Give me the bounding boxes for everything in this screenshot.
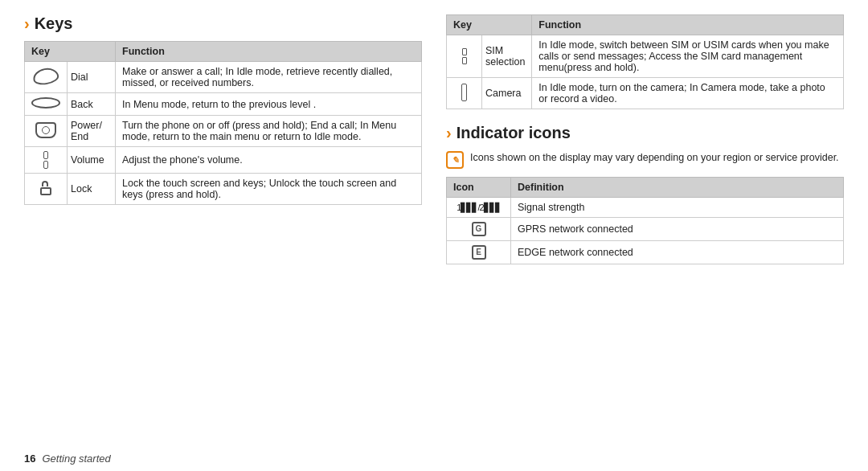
- lock-icon-cell: [25, 174, 68, 205]
- definition-col-header: Definition: [511, 178, 844, 198]
- sim-icon-bar2: [462, 57, 467, 64]
- camera-key-name: Camera: [482, 78, 532, 109]
- lock-shackle: [42, 181, 48, 186]
- power-icon-cell: [25, 116, 68, 147]
- sim-key-name: SIM selection: [482, 35, 532, 78]
- table-row: Camera In Idle mode, turn on the camera;…: [447, 78, 844, 109]
- col-function-header: Function: [116, 42, 422, 62]
- power-icon: [35, 122, 56, 138]
- signal-definition: Signal strength: [511, 198, 844, 218]
- left-column: › Keys Key Function Dial Make or answer …: [24, 14, 422, 444]
- dial-function: Make or answer a call; In Idle mode, ret…: [116, 62, 422, 93]
- table-row: G GPRS network connected: [447, 218, 844, 241]
- sim-icon-cell: [447, 35, 482, 78]
- sim-icon: [453, 48, 475, 64]
- indicator-chevron-icon: ›: [446, 124, 452, 142]
- right-col-function-header: Function: [532, 15, 844, 35]
- volume-key-name: Volume: [68, 147, 116, 174]
- dial-key-name: Dial: [68, 62, 116, 93]
- camera-icon-cell: [447, 78, 482, 109]
- lock-icon: [39, 181, 52, 195]
- col-key-header: Key: [25, 42, 116, 62]
- sim-icon-bar1: [462, 48, 467, 55]
- table-row: Dial Make or answer a call; In Idle mode…: [25, 62, 422, 93]
- sim-function: In Idle mode, switch between SIM or USIM…: [532, 35, 844, 78]
- indicator-table-header: Icon Definition: [447, 178, 844, 198]
- lock-body: [40, 187, 51, 195]
- gprs-definition: GPRS network connected: [511, 218, 844, 241]
- power-key-name: Power/ End: [68, 116, 116, 147]
- indicator-section-title: › Indicator icons: [446, 124, 844, 142]
- icon-col-header: Icon: [447, 178, 511, 198]
- right-col-key-header: Key: [447, 15, 532, 35]
- power-function: Turn the phone on or off (press and hold…: [116, 116, 422, 147]
- table-row: E EDGE network connected: [447, 241, 844, 264]
- volume-icon-cell: [25, 147, 68, 174]
- signal-strength-icon: 1▋▋▋/2▋▋▋: [457, 203, 500, 212]
- back-icon-cell: [25, 93, 68, 116]
- volume-icon-bottom: [43, 161, 48, 169]
- keys-section-title: › Keys: [24, 14, 422, 33]
- gprs-icon: G: [472, 222, 486, 236]
- dial-icon: [32, 66, 60, 86]
- table-row: Volume Adjust the phone's volume.: [25, 147, 422, 174]
- lock-function: Lock the touch screen and keys; Unlock t…: [116, 174, 422, 205]
- lock-key-name: Lock: [68, 174, 116, 205]
- volume-icon-top: [43, 151, 48, 159]
- note-icon: ✎: [446, 151, 464, 169]
- back-icon: [31, 97, 60, 109]
- right-table-header: Key Function: [447, 15, 844, 35]
- camera-function: In Idle mode, turn on the camera; In Cam…: [532, 78, 844, 109]
- edge-definition: EDGE network connected: [511, 241, 844, 264]
- keys-table: Key Function Dial Make or answer a call;…: [24, 41, 422, 205]
- volume-function: Adjust the phone's volume.: [116, 147, 422, 174]
- footer: 16 Getting started: [0, 444, 868, 471]
- note-text: Icons shown on the display may vary depe…: [470, 150, 839, 166]
- volume-icon: [31, 151, 60, 169]
- page-number: 16: [24, 453, 35, 465]
- indicator-table: Icon Definition 1▋▋▋/2▋▋▋ Signal strengt…: [446, 177, 844, 264]
- note-box: ✎ Icons shown on the display may vary de…: [446, 150, 844, 169]
- back-function: In Menu mode, return to the previous lev…: [116, 93, 422, 116]
- signal-icon-cell: 1▋▋▋/2▋▋▋: [447, 198, 511, 218]
- footer-text: Getting started: [42, 453, 110, 465]
- right-column: Key Function SIM selection In Idle mode,…: [446, 14, 844, 444]
- table-row: Power/ End Turn the phone on or off (pre…: [25, 116, 422, 147]
- back-key-name: Back: [68, 93, 116, 116]
- dial-icon-cell: [25, 62, 68, 93]
- keys-table-header: Key Function: [25, 42, 422, 62]
- indicator-title-text: Indicator icons: [457, 124, 571, 142]
- table-row: 1▋▋▋/2▋▋▋ Signal strength: [447, 198, 844, 218]
- indicator-section: › Indicator icons ✎ Icons shown on the d…: [446, 124, 844, 264]
- table-row: Back In Menu mode, return to the previou…: [25, 93, 422, 116]
- edge-icon-cell: E: [447, 241, 511, 264]
- edge-icon: E: [472, 245, 486, 260]
- right-keys-table: Key Function SIM selection In Idle mode,…: [446, 14, 844, 109]
- table-row: Lock Lock the touch screen and keys; Unl…: [25, 174, 422, 205]
- gprs-icon-cell: G: [447, 218, 511, 241]
- chevron-icon: ›: [24, 14, 30, 33]
- camera-icon: [461, 84, 467, 101]
- page-content: › Keys Key Function Dial Make or answer …: [0, 0, 868, 444]
- table-row: SIM selection In Idle mode, switch betwe…: [447, 35, 844, 78]
- keys-title-text: Keys: [35, 14, 73, 33]
